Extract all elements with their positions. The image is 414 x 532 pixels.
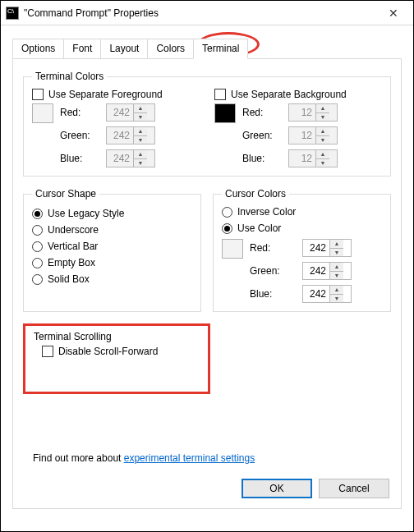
- legend-cursor-shape: Cursor Shape: [32, 188, 99, 200]
- group-cursor-colors: Cursor Colors Inverse Color Use Color Re…: [213, 188, 391, 312]
- tab-layout[interactable]: Layout: [100, 39, 148, 58]
- link-prefix: Find out more about: [33, 452, 124, 464]
- label-cc-blue: Blue:: [250, 288, 291, 300]
- label-use-color: Use Color: [237, 222, 281, 234]
- radio-solid-box[interactable]: [32, 274, 43, 285]
- cancel-button[interactable]: Cancel: [319, 479, 389, 498]
- label-separate-foreground: Use Separate Foreground: [48, 89, 163, 100]
- radio-underscore[interactable]: [32, 225, 43, 236]
- label-inverse-color: Inverse Color: [237, 206, 296, 218]
- swatch-cursor-color[interactable]: [222, 239, 243, 259]
- label-bg-green: Green:: [242, 130, 283, 141]
- label-legacy-style: Use Legacy Style: [48, 208, 124, 219]
- spinner-fg-red[interactable]: 242▲▼: [106, 103, 155, 122]
- radio-use-color[interactable]: [222, 223, 232, 234]
- spinner-cc-red[interactable]: 242▲▼: [302, 239, 352, 257]
- swatch-background[interactable]: [214, 103, 236, 123]
- spinner-bg-green[interactable]: 12▲▼: [288, 126, 338, 144]
- label-bg-red: Red:: [242, 107, 283, 118]
- tab-options[interactable]: Options: [12, 39, 64, 58]
- label-cc-red: Red:: [250, 242, 291, 254]
- spinner-bg-red[interactable]: 12▲▼: [288, 103, 338, 122]
- radio-vertical-bar[interactable]: [32, 241, 43, 252]
- link-experimental-settings[interactable]: experimental terminal settings: [124, 452, 255, 464]
- radio-empty-box[interactable]: [32, 258, 43, 268]
- label-fg-green: Green:: [60, 130, 101, 141]
- group-terminal-colors: Terminal Colors Use Separate Foreground …: [23, 71, 391, 177]
- group-cursor-shape: Cursor Shape Use Legacy Style Underscore…: [23, 188, 201, 312]
- checkbox-separate-background[interactable]: [214, 89, 226, 100]
- label-fg-red: Red:: [60, 107, 101, 118]
- legend-cursor-colors: Cursor Colors: [222, 188, 289, 200]
- label-bg-blue: Blue:: [242, 153, 283, 164]
- experimental-link-line: Find out more about experimental termina…: [33, 452, 255, 464]
- tab-strip: Options Font Layout Colors Terminal: [12, 39, 402, 59]
- spinner-fg-blue[interactable]: 242▲▼: [106, 149, 155, 167]
- spinner-cc-blue[interactable]: 242▲▼: [302, 285, 352, 303]
- spinner-bg-blue[interactable]: 12▲▼: [288, 149, 338, 167]
- legend-terminal-scrolling: Terminal Scrolling: [34, 331, 200, 342]
- swatch-foreground[interactable]: [32, 103, 53, 123]
- radio-legacy-style[interactable]: [32, 209, 43, 219]
- window-title: "Command Prompt" Properties: [24, 7, 159, 19]
- label-cc-green: Green:: [250, 265, 291, 277]
- spinner-cc-green[interactable]: 242▲▼: [302, 262, 352, 280]
- label-fg-blue: Blue:: [60, 153, 101, 164]
- ok-button[interactable]: OK: [242, 479, 312, 498]
- label-underscore: Underscore: [48, 224, 99, 236]
- legend-terminal-colors: Terminal Colors: [32, 71, 107, 82]
- radio-inverse-color[interactable]: [222, 207, 232, 218]
- checkbox-disable-scroll-forward[interactable]: [42, 346, 53, 357]
- highlight-terminal-scrolling: Terminal Scrolling Disable Scroll-Forwar…: [23, 323, 210, 394]
- title-bar: C:\ "Command Prompt" Properties ✕: [1, 1, 413, 25]
- label-solid-box: Solid Box: [48, 273, 90, 285]
- label-vertical-bar: Vertical Bar: [48, 241, 98, 252]
- app-icon: C:\: [6, 7, 19, 20]
- label-empty-box: Empty Box: [48, 257, 95, 268]
- close-button[interactable]: ✕: [379, 2, 408, 25]
- tab-colors[interactable]: Colors: [147, 39, 194, 58]
- checkbox-separate-foreground[interactable]: [32, 89, 44, 100]
- tab-terminal[interactable]: Terminal: [193, 39, 248, 59]
- label-separate-background: Use Separate Background: [231, 89, 347, 100]
- label-disable-scroll-forward: Disable Scroll-Forward: [58, 346, 158, 357]
- tab-font[interactable]: Font: [63, 39, 101, 58]
- tab-panel-terminal: Terminal Colors Use Separate Foreground …: [12, 59, 402, 509]
- spinner-fg-green[interactable]: 242▲▼: [106, 126, 155, 144]
